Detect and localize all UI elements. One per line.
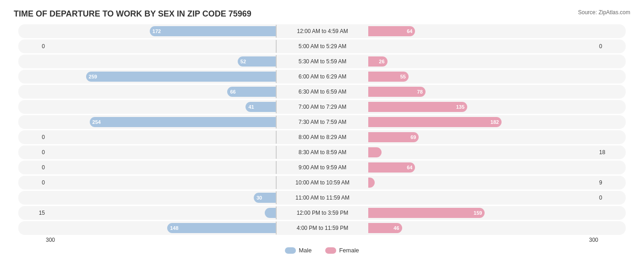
chart-row: 417:00 AM to 7:29 AM135 (18, 100, 626, 114)
chart-row: 09:00 AM to 9:59 AM64 (18, 161, 626, 174)
legend: Male Female (14, 247, 630, 254)
male-value-label: 0 (20, 179, 48, 186)
time-label: 4:00 PM to 11:59 PM (277, 225, 368, 231)
chart-row: 525:30 AM to 5:59 AM26 (18, 55, 626, 68)
right-bar-area: 26 (368, 56, 596, 67)
chart-title: TIME OF DEPARTURE TO WORK BY SEX IN ZIP … (14, 9, 251, 19)
right-bar-area (368, 193, 596, 203)
legend-female: Female (325, 247, 359, 254)
right-bar-area (368, 41, 596, 51)
chart-row: 010:00 AM to 10:59 AM9 (18, 176, 626, 189)
chart-row: 3011:00 AM to 11:59 AM0 (18, 191, 626, 205)
female-label: Female (339, 247, 359, 254)
left-bar-area (48, 208, 276, 218)
left-bar-area: 30 (48, 193, 276, 203)
right-bar-area: 69 (368, 132, 596, 142)
right-bar-area: 182 (368, 117, 596, 127)
chart-row: 666:30 AM to 6:59 AM78 (18, 85, 626, 99)
right-bar-area: 46 (368, 223, 596, 233)
time-label: 7:00 AM to 7:29 AM (277, 104, 368, 110)
male-value-label: 0 (20, 134, 48, 140)
female-value-label: 9 (596, 179, 624, 186)
chart-row: 2596:00 AM to 6:29 AM55 (18, 70, 626, 84)
time-label: 7:30 AM to 7:59 AM (277, 119, 368, 125)
time-label: 6:30 AM to 6:59 AM (277, 89, 368, 95)
chart-row: 17212:00 AM to 4:59 AM64 (18, 24, 626, 38)
left-bar-area (48, 147, 276, 157)
female-value-label: 18 (596, 149, 624, 156)
right-bar-area: 135 (368, 102, 596, 112)
female-value-label: 0 (596, 195, 624, 201)
female-swatch (325, 247, 336, 254)
chart-container: TIME OF DEPARTURE TO WORK BY SEX IN ZIP … (14, 9, 630, 254)
left-bar-area: 41 (48, 102, 276, 112)
time-label: 12:00 AM to 4:59 AM (277, 28, 368, 34)
right-bar-area (368, 178, 596, 188)
axis-left-label: 300 (46, 237, 55, 243)
chart-row: 05:00 AM to 5:29 AM0 (18, 39, 626, 53)
chart-row: 1512:00 PM to 3:59 PM159 (18, 206, 626, 220)
chart-row: 1484:00 PM to 11:59 PM46 (18, 221, 626, 235)
right-bar-area: 159 (368, 208, 596, 218)
chart-row: 08:30 AM to 8:59 AM18 (18, 145, 626, 159)
left-bar-area: 172 (48, 26, 276, 36)
male-value-label: 15 (20, 210, 48, 216)
source-label: Source: ZipAtlas.com (578, 9, 630, 16)
left-bar-area: 254 (48, 117, 276, 127)
male-value-label: 0 (20, 43, 48, 50)
left-bar-area (48, 132, 276, 142)
right-bar-area: 78 (368, 87, 596, 97)
male-value-label: 0 (20, 164, 48, 171)
time-label: 5:30 AM to 5:59 AM (277, 58, 368, 65)
time-label: 8:30 AM to 8:59 AM (277, 149, 368, 156)
female-value-label: 0 (596, 43, 624, 50)
left-bar-area: 148 (48, 223, 276, 233)
left-bar-area: 52 (48, 56, 276, 67)
male-label: Male (299, 247, 311, 254)
right-bar-area: 64 (368, 162, 596, 173)
time-label: 5:00 AM to 5:29 AM (277, 43, 368, 50)
right-bar-area: 55 (368, 72, 596, 82)
left-bar-area (48, 41, 276, 51)
male-value-label: 0 (20, 149, 48, 156)
chart-area: 17212:00 AM to 4:59 AM6405:00 AM to 5:29… (14, 24, 630, 235)
chart-row: 2547:30 AM to 7:59 AM182 (18, 115, 626, 129)
time-label: 10:00 AM to 10:59 AM (277, 179, 368, 186)
axis-labels: 300 300 (14, 237, 630, 243)
legend-male: Male (285, 247, 311, 254)
male-swatch (285, 247, 296, 254)
time-label: 12:00 PM to 3:59 PM (277, 210, 368, 216)
right-bar-area: 64 (368, 26, 596, 36)
axis-right-label: 300 (589, 237, 598, 243)
chart-row: 08:00 AM to 8:29 AM69 (18, 130, 626, 144)
left-bar-area (48, 162, 276, 173)
time-label: 8:00 AM to 8:29 AM (277, 134, 368, 140)
right-bar-area (368, 147, 596, 157)
time-label: 6:00 AM to 6:29 AM (277, 73, 368, 80)
left-bar-area (48, 178, 276, 188)
left-bar-area: 66 (48, 87, 276, 97)
time-label: 11:00 AM to 11:59 AM (277, 195, 368, 201)
time-label: 9:00 AM to 9:59 AM (277, 164, 368, 171)
left-bar-area: 259 (48, 72, 276, 82)
